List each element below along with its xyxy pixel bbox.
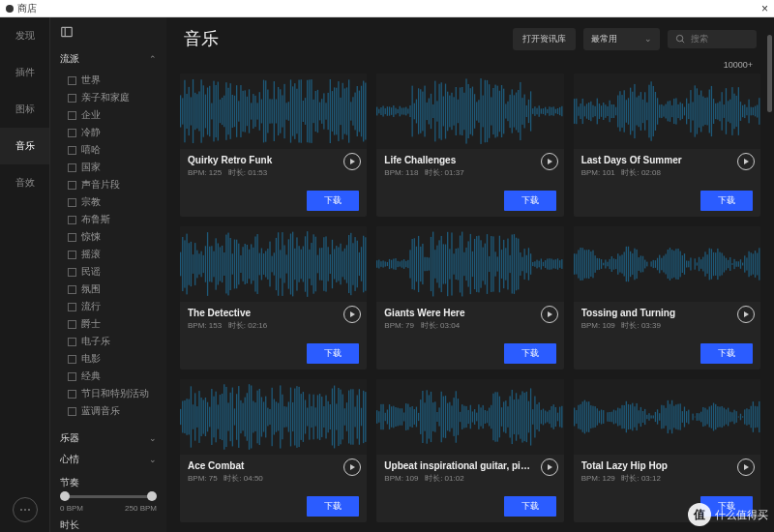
svg-rect-797: [725, 409, 726, 424]
search-box[interactable]: [668, 30, 757, 48]
download-button[interactable]: 下载: [504, 496, 556, 517]
svg-rect-432: [518, 239, 519, 290]
svg-rect-400: [452, 232, 453, 295]
svg-rect-565: [223, 384, 224, 449]
genre-checkbox-item[interactable]: 摇滚: [60, 246, 157, 263]
svg-rect-45: [265, 80, 266, 141]
svg-rect-185: [576, 99, 577, 124]
genre-checkbox-item[interactable]: 节日和特别活动: [60, 385, 157, 402]
svg-rect-464: [594, 255, 595, 273]
download-button[interactable]: 下载: [307, 191, 359, 211]
svg-rect-810: [752, 401, 753, 432]
sort-select[interactable]: 最常用 ⌄: [583, 28, 660, 50]
nav-item-sfx[interactable]: 音效: [0, 164, 49, 201]
genre-checkbox-item[interactable]: 冷静: [60, 124, 157, 141]
waveform[interactable]: [574, 74, 760, 149]
window-close-button[interactable]: ×: [761, 2, 768, 15]
svg-rect-44: [263, 80, 264, 143]
apps-grid-icon[interactable]: ⋯: [13, 497, 38, 522]
waveform[interactable]: [574, 379, 760, 455]
svg-rect-121: [432, 104, 433, 118]
svg-rect-138: [468, 84, 469, 138]
svg-rect-394: [439, 240, 440, 287]
play-button[interactable]: [541, 306, 558, 323]
genre-checkbox-item[interactable]: 宗教: [60, 193, 157, 211]
svg-rect-224: [657, 98, 658, 124]
genre-checkbox-item[interactable]: 嘻哈: [60, 141, 157, 159]
svg-rect-697: [508, 406, 509, 428]
svg-rect-161: [516, 93, 517, 131]
download-button[interactable]: 下载: [307, 343, 359, 364]
svg-rect-275: [182, 237, 183, 291]
play-button[interactable]: [737, 306, 755, 323]
open-library-button[interactable]: 打开资讯库: [513, 28, 576, 50]
download-button[interactable]: 下载: [307, 496, 359, 517]
genre-checkbox-item[interactable]: 声音片段: [60, 176, 157, 193]
svg-rect-91: [361, 86, 362, 137]
svg-rect-549: [191, 386, 192, 447]
download-button[interactable]: 下载: [700, 496, 753, 517]
nav-item-discover[interactable]: 发现: [0, 17, 49, 54]
genre-checkbox-item[interactable]: 经典: [60, 368, 157, 385]
waveform[interactable]: [574, 226, 760, 302]
tempo-thumb-max[interactable]: [147, 491, 157, 501]
genre-checkbox-item[interactable]: 流行: [60, 298, 157, 315]
svg-rect-291: [216, 238, 217, 289]
svg-rect-11: [194, 93, 195, 130]
play-button[interactable]: [541, 458, 558, 476]
download-button[interactable]: 下载: [504, 191, 556, 211]
play-button[interactable]: [541, 153, 558, 170]
play-button[interactable]: [737, 458, 755, 476]
scrollbar[interactable]: [767, 35, 772, 112]
svg-rect-635: [378, 411, 379, 423]
svg-rect-346: [330, 254, 331, 274]
genre-checkbox-item[interactable]: 爵士: [60, 315, 157, 333]
filter-group-instrument[interactable]: 乐器 ⌄: [60, 428, 157, 449]
genre-checkbox-item[interactable]: 亲子和家庭: [60, 89, 157, 106]
genre-checkbox-item[interactable]: 世界: [60, 72, 157, 89]
svg-rect-679: [470, 405, 471, 429]
tempo-slider[interactable]: [62, 495, 155, 498]
svg-rect-606: [309, 394, 310, 439]
sidebar-toggle-icon[interactable]: [60, 25, 74, 39]
genre-checkbox-item[interactable]: 国家: [60, 159, 157, 176]
svg-rect-292: [218, 243, 219, 284]
svg-rect-561: [216, 392, 217, 443]
genre-checkbox-item[interactable]: 企业: [60, 106, 157, 124]
genre-checkbox-item[interactable]: 氛围: [60, 281, 157, 298]
svg-rect-670: [452, 405, 453, 428]
waveform[interactable]: [376, 74, 563, 149]
svg-rect-718: [551, 406, 552, 428]
genre-checkbox-item[interactable]: 民谣: [60, 263, 157, 281]
filter-group-genre[interactable]: 流派 ⌃: [60, 48, 157, 70]
genre-checkbox-item[interactable]: 布鲁斯: [60, 211, 157, 228]
play-button[interactable]: [737, 153, 755, 170]
genre-checkbox-item[interactable]: 蓝调音乐: [60, 402, 157, 420]
filter-group-mood[interactable]: 心情 ⌄: [60, 449, 157, 470]
svg-rect-266: [744, 104, 745, 118]
svg-rect-730: [586, 401, 587, 431]
search-input[interactable]: [691, 34, 749, 44]
download-button[interactable]: 下载: [504, 343, 556, 364]
download-button[interactable]: 下载: [700, 191, 753, 211]
svg-rect-792: [715, 404, 716, 429]
svg-rect-142: [476, 102, 477, 120]
nav-item-plugins[interactable]: 插件: [0, 54, 49, 91]
waveform[interactable]: [376, 379, 563, 455]
genre-checkbox-item[interactable]: 惊悚: [60, 228, 157, 246]
svg-rect-458: [581, 248, 582, 281]
svg-rect-50: [276, 99, 277, 123]
nav-item-music[interactable]: 音乐: [0, 128, 49, 164]
waveform[interactable]: [376, 226, 563, 302]
genre-checkbox-item[interactable]: 电影: [60, 350, 157, 368]
waveform[interactable]: [180, 74, 367, 149]
track-meta: BPM: 125 时长: 01:53: [188, 167, 359, 178]
svg-rect-372: [394, 259, 395, 270]
waveform[interactable]: [180, 226, 367, 302]
genre-checkbox-item[interactable]: 电子乐: [60, 333, 157, 350]
tempo-thumb-min[interactable]: [60, 491, 70, 501]
waveform[interactable]: [180, 379, 367, 455]
genre-label: 世界: [81, 74, 101, 87]
download-button[interactable]: 下载: [700, 343, 753, 364]
nav-item-icons[interactable]: 图标: [0, 91, 49, 128]
